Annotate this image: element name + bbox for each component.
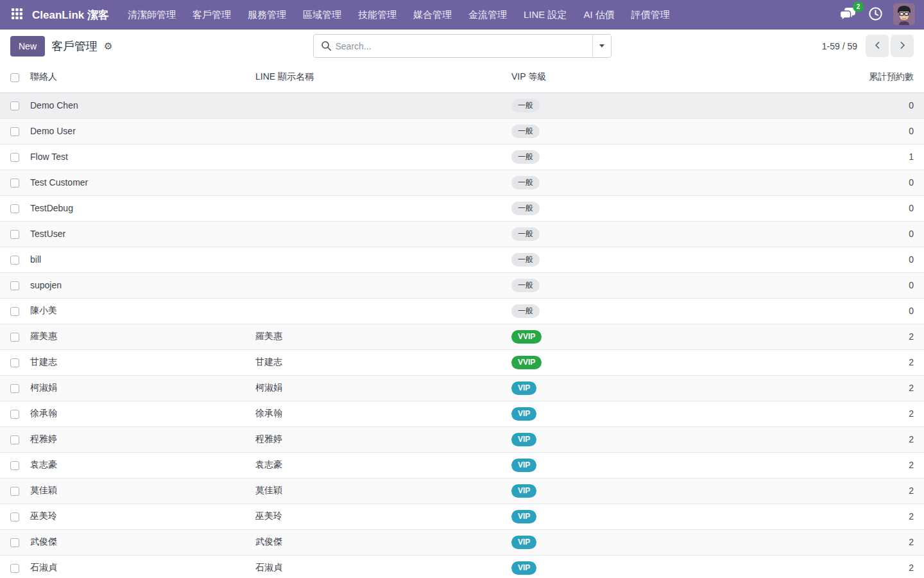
- row-checkbox[interactable]: [10, 204, 19, 213]
- bookings-cell[interactable]: 1: [740, 144, 924, 170]
- bookings-cell[interactable]: 2: [740, 478, 924, 504]
- line-name-cell[interactable]: 袁志豪: [255, 452, 511, 478]
- bookings-cell[interactable]: 0: [740, 195, 924, 221]
- header-contact[interactable]: 聯絡人: [30, 62, 255, 92]
- vip-cell[interactable]: VIP: [511, 401, 740, 426]
- vip-cell[interactable]: VVIP: [511, 324, 740, 349]
- vip-cell[interactable]: 一般: [511, 118, 740, 144]
- bookings-cell[interactable]: 2: [740, 529, 924, 555]
- table-row[interactable]: 陳小美 一般 0: [0, 298, 924, 324]
- line-name-cell[interactable]: [255, 144, 511, 170]
- vip-cell[interactable]: VIP: [511, 375, 740, 401]
- line-name-cell[interactable]: [255, 298, 511, 324]
- contact-cell[interactable]: 石淑貞: [30, 555, 255, 578]
- nav-menu-item-4[interactable]: 技能管理: [350, 0, 405, 30]
- row-checkbox[interactable]: [10, 230, 19, 239]
- contact-cell[interactable]: 羅美惠: [30, 324, 255, 349]
- vip-cell[interactable]: VVIP: [511, 349, 740, 375]
- table-row[interactable]: TestDebug 一般 0: [0, 195, 924, 221]
- contact-cell[interactable]: 袁志豪: [30, 452, 255, 478]
- contact-cell[interactable]: 柯淑娟: [30, 375, 255, 401]
- activities-button[interactable]: [867, 5, 884, 24]
- contact-cell[interactable]: TestDebug: [30, 195, 255, 221]
- row-checkbox[interactable]: [10, 435, 19, 444]
- search-filter-toggle[interactable]: [592, 35, 611, 57]
- vip-cell[interactable]: 一般: [511, 170, 740, 195]
- contact-cell[interactable]: 莫佳穎: [30, 478, 255, 504]
- line-name-cell[interactable]: 程雅婷: [255, 426, 511, 452]
- table-row[interactable]: 袁志豪 袁志豪 VIP 2: [0, 452, 924, 478]
- line-name-cell[interactable]: 石淑貞: [255, 555, 511, 578]
- row-checkbox[interactable]: [10, 256, 19, 265]
- line-name-cell[interactable]: 徐承翰: [255, 401, 511, 426]
- table-row[interactable]: 柯淑娟 柯淑娟 VIP 2: [0, 375, 924, 401]
- vip-cell[interactable]: 一般: [511, 92, 740, 118]
- line-name-cell[interactable]: [255, 195, 511, 221]
- user-avatar[interactable]: [893, 3, 915, 27]
- vip-cell[interactable]: VIP: [511, 504, 740, 529]
- bookings-cell[interactable]: 2: [740, 349, 924, 375]
- line-name-cell[interactable]: [255, 170, 511, 195]
- vip-cell[interactable]: 一般: [511, 144, 740, 170]
- bookings-cell[interactable]: 0: [740, 92, 924, 118]
- table-row[interactable]: Test Customer 一般 0: [0, 170, 924, 195]
- table-row[interactable]: Demo User 一般 0: [0, 118, 924, 144]
- gear-icon[interactable]: ⚙: [104, 41, 112, 51]
- contact-cell[interactable]: TestUser: [30, 221, 255, 247]
- pager-previous-button[interactable]: [866, 35, 889, 57]
- vip-cell[interactable]: 一般: [511, 195, 740, 221]
- vip-cell[interactable]: 一般: [511, 272, 740, 298]
- row-checkbox[interactable]: [10, 153, 19, 162]
- vip-cell[interactable]: 一般: [511, 247, 740, 272]
- bookings-cell[interactable]: 2: [740, 375, 924, 401]
- bookings-cell[interactable]: 0: [740, 272, 924, 298]
- row-checkbox[interactable]: [10, 333, 19, 342]
- table-row[interactable]: 徐承翰 徐承翰 VIP 2: [0, 401, 924, 426]
- table-row[interactable]: 程雅婷 程雅婷 VIP 2: [0, 426, 924, 452]
- vip-cell[interactable]: VIP: [511, 452, 740, 478]
- table-row[interactable]: Flow Test 一般 1: [0, 144, 924, 170]
- table-row[interactable]: Demo Chen 一般 0: [0, 92, 924, 118]
- contact-cell[interactable]: 陳小美: [30, 298, 255, 324]
- messages-button[interactable]: 2: [838, 6, 858, 24]
- bookings-cell[interactable]: 2: [740, 555, 924, 578]
- bookings-cell[interactable]: 0: [740, 170, 924, 195]
- line-name-cell[interactable]: 柯淑娟: [255, 375, 511, 401]
- bookings-cell[interactable]: 0: [740, 247, 924, 272]
- line-name-cell[interactable]: 巫美玲: [255, 504, 511, 529]
- nav-menu-item-2[interactable]: 服務管理: [239, 0, 295, 30]
- bookings-cell[interactable]: 2: [740, 324, 924, 349]
- table-row[interactable]: supojen 一般 0: [0, 272, 924, 298]
- contact-cell[interactable]: 徐承翰: [30, 401, 255, 426]
- table-row[interactable]: 羅美惠 羅美惠 VVIP 2: [0, 324, 924, 349]
- row-checkbox[interactable]: [10, 461, 19, 470]
- bookings-cell[interactable]: 0: [740, 221, 924, 247]
- nav-menu-item-0[interactable]: 清潔師管理: [119, 0, 184, 30]
- table-row[interactable]: 甘建志 甘建志 VVIP 2: [0, 349, 924, 375]
- nav-menu-item-9[interactable]: 評價管理: [623, 0, 678, 30]
- bookings-cell[interactable]: 2: [740, 401, 924, 426]
- nav-menu-item-7[interactable]: LINE 設定: [515, 0, 576, 30]
- row-checkbox[interactable]: [10, 127, 19, 136]
- row-checkbox[interactable]: [10, 281, 19, 290]
- line-name-cell[interactable]: [255, 92, 511, 118]
- row-checkbox[interactable]: [10, 101, 19, 110]
- nav-menu-item-1[interactable]: 客戶管理: [184, 0, 239, 30]
- line-name-cell[interactable]: 甘建志: [255, 349, 511, 375]
- apps-menu-button[interactable]: [4, 0, 30, 30]
- row-checkbox[interactable]: [10, 564, 19, 573]
- row-checkbox[interactable]: [10, 512, 19, 521]
- table-row[interactable]: 莫佳穎 莫佳穎 VIP 2: [0, 478, 924, 504]
- bookings-cell[interactable]: 2: [740, 452, 924, 478]
- contact-cell[interactable]: 程雅婷: [30, 426, 255, 452]
- header-line-name[interactable]: LINE 顯示名稱: [255, 62, 511, 92]
- vip-cell[interactable]: VIP: [511, 555, 740, 578]
- line-name-cell[interactable]: 莫佳穎: [255, 478, 511, 504]
- vip-cell[interactable]: VIP: [511, 478, 740, 504]
- nav-menu-item-3[interactable]: 區域管理: [295, 0, 350, 30]
- contact-cell[interactable]: Flow Test: [30, 144, 255, 170]
- nav-menu-item-6[interactable]: 金流管理: [460, 0, 515, 30]
- vip-cell[interactable]: 一般: [511, 221, 740, 247]
- row-checkbox[interactable]: [10, 384, 19, 393]
- search-input[interactable]: [336, 35, 592, 57]
